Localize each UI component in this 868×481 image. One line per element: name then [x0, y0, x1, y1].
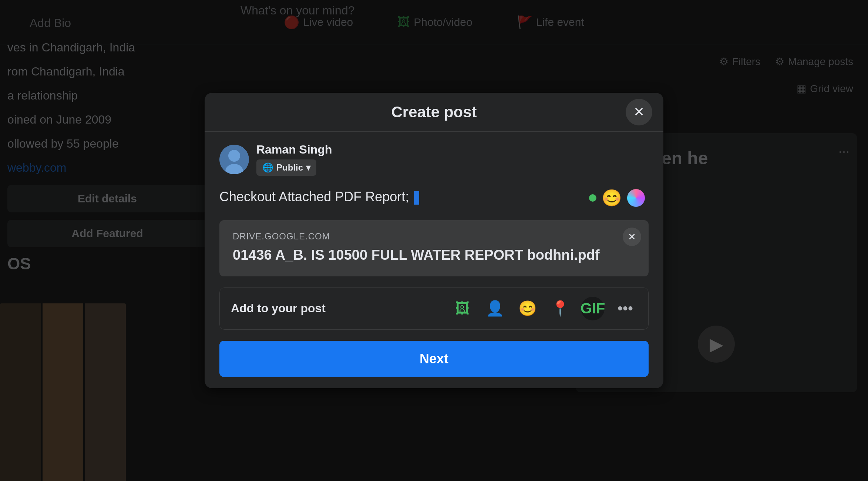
- audience-label: Public: [276, 162, 303, 173]
- add-gif-button[interactable]: GIF: [581, 297, 605, 320]
- post-text-icons: 😊: [589, 188, 645, 208]
- post-text-display[interactable]: Checkout Attached PDF Report;: [219, 187, 649, 209]
- ai-assist-icon[interactable]: [627, 189, 645, 207]
- globe-icon: 🌐: [262, 162, 273, 173]
- next-button[interactable]: Next: [219, 341, 649, 377]
- chevron-down-icon: ▾: [306, 162, 310, 173]
- add-emoji-button[interactable]: 😊: [516, 297, 539, 320]
- svg-point-1: [228, 150, 240, 162]
- modal-header: Create post ✕: [205, 93, 663, 132]
- tag-people-button[interactable]: 👤: [483, 297, 507, 320]
- create-post-modal: Create post ✕ Raman Singh 🌐 P: [205, 93, 663, 388]
- user-details: Raman Singh 🌐 Public ▾: [256, 143, 332, 176]
- more-options-button[interactable]: •••: [613, 297, 637, 320]
- user-info-row: Raman Singh 🌐 Public ▾: [219, 143, 649, 176]
- green-dot-indicator: [589, 194, 596, 202]
- modal-overlay[interactable]: Create post ✕ Raman Singh 🌐 P: [0, 0, 868, 481]
- post-text-area: Checkout Attached PDF Report; 😊: [219, 187, 649, 209]
- close-attachment-button[interactable]: ✕: [623, 228, 641, 246]
- add-location-button[interactable]: 📍: [548, 297, 572, 320]
- user-name: Raman Singh: [256, 143, 332, 157]
- attachment-filename: 01436 A_B. IS 10500 FULL WATER REPORT bo…: [233, 245, 635, 265]
- add-photo-button[interactable]: 🖼: [451, 297, 474, 320]
- text-cursor: [414, 191, 419, 205]
- attachment-source: DRIVE.GOOGLE.COM: [233, 231, 635, 242]
- modal-body: Raman Singh 🌐 Public ▾ Checkout Attached…: [205, 132, 663, 388]
- audience-selector[interactable]: 🌐 Public ▾: [256, 159, 316, 176]
- add-to-post-label: Add to your post: [231, 302, 326, 315]
- avatar: [219, 145, 249, 174]
- post-text-content: Checkout Attached PDF Report;: [219, 189, 409, 204]
- attachment-card: ✕ DRIVE.GOOGLE.COM 01436 A_B. IS 10500 F…: [219, 220, 649, 276]
- add-to-post-icons: 🖼 👤 😊 📍 GIF •••: [451, 297, 637, 320]
- emoji-picker-icon[interactable]: 😊: [602, 188, 622, 208]
- close-modal-button[interactable]: ✕: [626, 99, 652, 125]
- add-to-post-row: Add to your post 🖼 👤 😊 📍 GIF •••: [219, 287, 649, 330]
- modal-title: Create post: [391, 103, 477, 121]
